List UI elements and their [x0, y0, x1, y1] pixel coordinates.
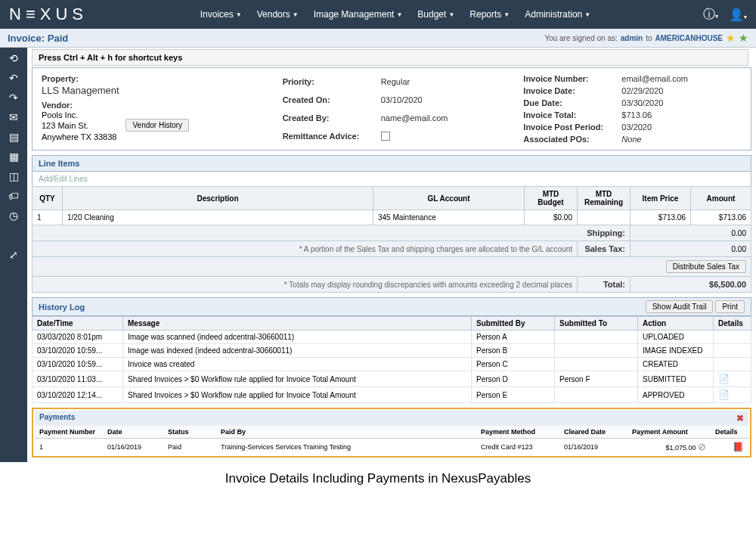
remittance-label: Remittance Advice: [283, 132, 381, 141]
shortcut-hint: Press Ctrl + Alt + h for shortcut keys [32, 49, 748, 66]
caret-down-icon: ▼ [293, 11, 299, 18]
top-icons: ⓘ▾ 👤▾ [703, 7, 747, 23]
signed-in-status: You are signed on as: admin to AMERICANH… [544, 32, 748, 44]
menu-administration[interactable]: Administration▼ [519, 5, 596, 24]
shipping-value: 0.00 [631, 225, 751, 241]
vendor-label: Vendor: [42, 101, 260, 110]
col-payment-method: Payment Method [476, 426, 559, 439]
post-period-label: Invoice Post Period: [523, 123, 621, 132]
invoice-date-value: 02/29/2020 [621, 86, 742, 95]
col-gl-account: GL Account [373, 187, 525, 210]
sales-tax-label: Sales Tax: [578, 241, 631, 257]
menu-budget[interactable]: Budget▼ [411, 5, 460, 24]
list-icon[interactable]: ▦ [5, 149, 23, 164]
total-value: $6,500.00 [631, 277, 751, 293]
col-mtd-remaining: MTD Remaining [578, 187, 631, 210]
col-mtd-budget: MTD Budget [525, 187, 578, 210]
page-title: Invoice: Paid [8, 33, 68, 44]
top-nav-bar: N≡XUS Invoices▼ Vendors▼ Image Managemen… [0, 0, 756, 29]
arrow-left-icon[interactable]: ↶ [5, 70, 23, 85]
assoc-pos-value: None [621, 135, 742, 144]
details-icon[interactable]: 📄 [714, 371, 751, 387]
due-date-value: 03/30/2020 [621, 98, 742, 107]
print-button[interactable]: Print [715, 300, 745, 313]
sub-header: Invoice: Paid You are signed on as: admi… [0, 29, 756, 48]
expand-icon[interactable]: ⤢ [5, 247, 23, 262]
vendor-history-button[interactable]: Vendor History [125, 119, 189, 132]
col-qty: QTY [33, 187, 63, 210]
line-items-header: Line Items [32, 155, 751, 172]
star-icon[interactable]: ★ [739, 32, 748, 44]
menu-vendors[interactable]: Vendors▼ [251, 5, 305, 24]
clock-icon[interactable]: ◷ [5, 208, 23, 223]
property-value: LLS Management [42, 85, 260, 96]
priority-label: Priority: [283, 77, 381, 86]
col-payment-status: Status [163, 426, 216, 439]
col-datetime: Date/Time [33, 317, 123, 331]
details-icon[interactable] [714, 358, 751, 371]
history-row: 03/10/2020 12:14...Shared Invoices > $0 … [33, 387, 751, 403]
col-payment-amount: Payment Amount [627, 426, 711, 439]
void-icon[interactable]: ⊘ [698, 441, 706, 452]
shipping-label: Shipping: [33, 225, 631, 241]
add-edit-lines-link[interactable]: Add/Edit Lines [32, 172, 751, 186]
caret-down-icon: ▼ [396, 11, 402, 18]
menu-reports[interactable]: Reports▼ [463, 5, 516, 24]
created-on-label: Created On: [283, 95, 381, 104]
col-payment-details: Details [711, 426, 748, 439]
history-row: 03/10/2020 10:59...Image was indexed (in… [33, 344, 751, 358]
assoc-pos-label: Associated POs: [523, 135, 621, 144]
vendor-name: Pools Inc. [42, 110, 116, 120]
payment-row: 1 01/16/2019 Paid Training-Services Serv… [35, 439, 748, 455]
post-period-value: 03/2020 [621, 123, 742, 132]
history-row: 03/03/2020 8:01pmImage was scanned (inde… [33, 331, 751, 344]
created-on-value: 03/10/2020 [381, 95, 501, 104]
caret-down-icon: ▼ [236, 11, 242, 18]
main-menu: Invoices▼ Vendors▼ Image Management▼ Bud… [194, 5, 596, 24]
col-payment-number: Payment Number [35, 426, 103, 439]
document-icon[interactable]: ▤ [5, 129, 23, 144]
invoice-total-value: $713.06 [621, 110, 742, 119]
line-item-row[interactable]: 1 1/20 Cleaning 345 Maintenance $0.00 $7… [33, 210, 751, 225]
col-message: Message [123, 317, 472, 331]
back-icon[interactable]: ⟲ [5, 51, 23, 66]
sales-tax-value: 0.00 [631, 241, 751, 257]
details-icon[interactable]: 📄 [714, 387, 751, 403]
total-note: * Totals may display rounding discrepanc… [33, 277, 578, 293]
col-cleared-date: Cleared Date [559, 426, 627, 439]
col-item-price: Item Price [631, 187, 691, 210]
details-icon[interactable] [714, 344, 751, 358]
payments-close-icon[interactable]: ✖ [736, 413, 744, 424]
tag-icon[interactable]: 🏷 [5, 188, 23, 203]
history-row: 03/10/2020 10:59...Invoice was createdPe… [33, 358, 751, 371]
remittance-checkbox[interactable] [381, 132, 390, 141]
col-details: Details [714, 317, 751, 331]
grid-icon[interactable]: ◫ [5, 169, 23, 184]
menu-invoices[interactable]: Invoices▼ [194, 5, 248, 24]
history-row: 03/10/2020 11:03...Shared Invoices > $0 … [33, 371, 751, 387]
invoice-total-label: Invoice Total: [523, 110, 621, 119]
total-label: Total: [578, 277, 631, 293]
caret-down-icon: ▼ [448, 11, 454, 18]
vendor-addr1: 123 Main St. [42, 120, 116, 131]
star-icon[interactable]: ★ [726, 32, 736, 44]
priority-value: Regular [381, 77, 501, 86]
menu-image-management[interactable]: Image Management▼ [308, 5, 409, 24]
user-icon[interactable]: 👤▾ [729, 8, 747, 22]
distribute-tax-button[interactable]: Distribute Sales Tax [666, 260, 746, 273]
mail-icon[interactable]: ✉ [5, 110, 23, 125]
history-table: Date/Time Message Submitted By Submitted… [32, 316, 751, 403]
help-icon[interactable]: ⓘ▾ [703, 7, 718, 23]
created-by-value: name@email.com [381, 113, 501, 123]
arrow-right-icon[interactable]: ↷ [5, 90, 23, 105]
invoice-summary-panel: Property: LLS Management Vendor: Pools I… [32, 67, 751, 151]
vendor-addr2: Anywhere TX 33838 [42, 132, 116, 142]
show-audit-trail-button[interactable]: Show Audit Trail [646, 300, 714, 313]
details-icon[interactable] [714, 331, 751, 344]
col-action: Action [638, 317, 714, 331]
col-submitted-by: Submitted By [472, 317, 555, 331]
side-rail: ⟲ ↶ ↷ ✉ ▤ ▦ ◫ 🏷 ◷ ⤢ [0, 48, 27, 462]
invoice-date-label: Invoice Date: [523, 86, 621, 95]
pdf-icon[interactable]: 📕 [733, 442, 744, 452]
caret-down-icon: ▼ [584, 11, 590, 18]
